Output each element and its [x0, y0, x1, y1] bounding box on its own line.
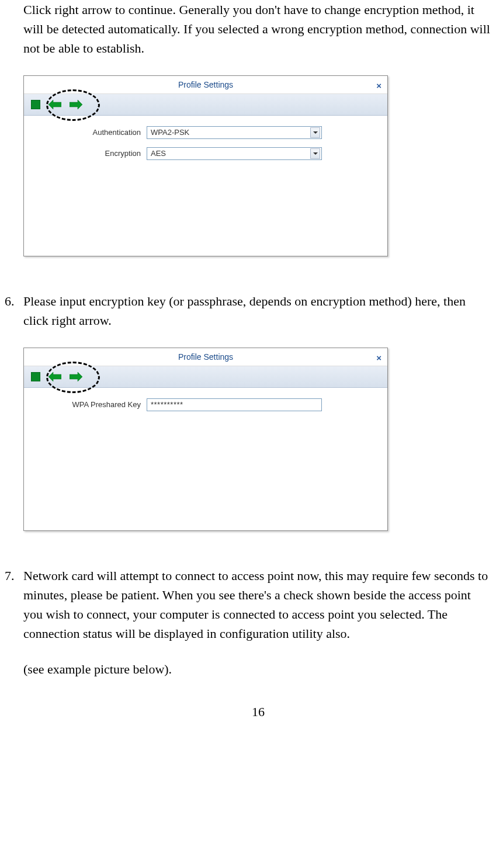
step-text: Network card will attempt to connect to … [23, 566, 493, 643]
back-arrow-icon[interactable] [48, 372, 61, 381]
back-arrow-icon[interactable] [48, 100, 61, 109]
dropdown-arrow-icon[interactable] [310, 127, 320, 138]
dialog-toolbar [24, 94, 387, 116]
dialog-title: Profile Settings [178, 351, 233, 363]
svg-marker-1 [70, 100, 82, 109]
step-7: 7. Network card will attempt to connect … [23, 566, 493, 679]
encryption-value: AES [151, 148, 166, 159]
svg-marker-2 [48, 372, 61, 381]
encryption-select[interactable]: AES [147, 147, 322, 160]
authentication-value: WPA2-PSK [151, 127, 189, 138]
dialog-titlebar: Profile Settings × [24, 348, 387, 366]
encryption-label: Encryption [36, 148, 147, 159]
preshared-key-input[interactable]: ********** [147, 398, 322, 411]
page-number: 16 [23, 702, 493, 721]
dialog-toolbar [24, 366, 387, 388]
step-6: 6. Please input encryption key (or passp… [23, 291, 493, 330]
dialog-titlebar: Profile Settings × [24, 76, 387, 94]
intro-paragraph: Click right arrow to continue. Generally… [23, 0, 493, 58]
authentication-label: Authentication [36, 127, 147, 138]
step-number: 7. [5, 566, 23, 679]
step-number: 6. [5, 291, 23, 330]
dialog-figure-2: Profile Settings × WPA Preshared Key [23, 348, 388, 531]
dropdown-arrow-icon[interactable] [310, 148, 320, 159]
authentication-select[interactable]: WPA2-PSK [147, 126, 322, 139]
svg-marker-3 [70, 372, 82, 381]
close-icon[interactable]: × [376, 352, 381, 365]
step-text: Please input encryption key (or passphra… [23, 291, 493, 330]
forward-arrow-icon[interactable] [70, 372, 82, 381]
dialog-title: Profile Settings [178, 79, 233, 91]
preshared-key-value: ********** [151, 399, 183, 411]
svg-marker-0 [48, 100, 61, 109]
close-icon[interactable]: × [376, 79, 381, 93]
forward-arrow-icon[interactable] [70, 100, 82, 109]
stop-icon[interactable] [31, 372, 40, 381]
dialog-figure-1: Profile Settings × Authentication [23, 75, 388, 256]
step-note: (see example picture below). [23, 659, 493, 679]
stop-icon[interactable] [31, 100, 40, 109]
preshared-key-label: WPA Preshared Key [36, 399, 147, 411]
